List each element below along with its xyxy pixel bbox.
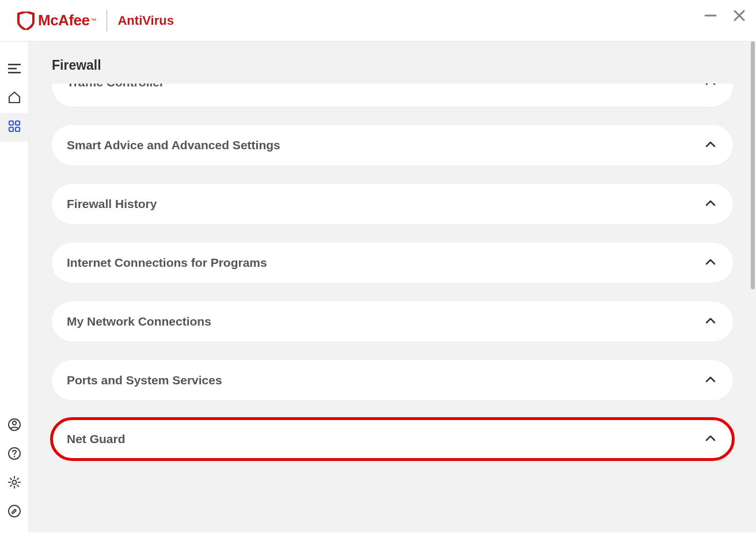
card-title: Smart Advice and Advanced Settings — [67, 138, 280, 152]
gear-icon — [7, 475, 21, 492]
chevron-up-icon — [705, 375, 716, 385]
feedback-icon — [7, 504, 21, 520]
menu-icon — [8, 63, 21, 76]
page-title-bar: Firewall — [29, 41, 756, 84]
chevron-up-icon — [705, 84, 716, 88]
card-title: Internet Connections for Programs — [67, 256, 267, 270]
card-title: Ports and System Services — [67, 373, 222, 387]
account-icon — [7, 418, 21, 434]
brand-divider — [107, 10, 107, 31]
card-internet-connections[interactable]: Internet Connections for Programs — [52, 243, 733, 283]
sidebar — [0, 41, 29, 532]
sidebar-item-help[interactable] — [0, 440, 28, 469]
svg-rect-7 — [16, 121, 20, 125]
card-title: Net Guard — [67, 432, 126, 446]
scrollbar-thumb[interactable] — [751, 41, 755, 289]
svg-rect-8 — [9, 127, 13, 131]
grid-icon — [8, 120, 21, 135]
sidebar-item-settings[interactable] — [0, 469, 28, 498]
card-title: My Network Connections — [67, 315, 211, 328]
svg-rect-6 — [9, 121, 13, 125]
brand-product: AntiVirus — [117, 13, 173, 28]
page-title: Firewall — [52, 58, 733, 73]
chevron-up-icon — [705, 258, 716, 268]
card-traffic-controller[interactable]: Traffic Controller — [52, 84, 733, 107]
help-icon — [7, 447, 21, 463]
minimize-button[interactable] — [704, 9, 717, 22]
content-area: Firewall Traffic Controller Smart Advice… — [29, 41, 756, 532]
window-controls — [704, 9, 746, 22]
trademark-symbol: ™ — [90, 17, 96, 24]
brand-name: McAfee — [38, 12, 89, 29]
brand-block: McAfee™ AntiVirus — [17, 10, 174, 31]
svg-point-11 — [12, 421, 16, 425]
sidebar-item-account[interactable] — [0, 411, 28, 440]
scrollbar[interactable] — [750, 41, 755, 399]
card-firewall-history[interactable]: Firewall History — [52, 184, 733, 224]
svg-rect-9 — [16, 127, 20, 131]
mcafee-shield-icon — [17, 12, 35, 30]
home-icon — [7, 91, 21, 106]
chevron-up-icon — [705, 140, 716, 150]
svg-point-14 — [12, 481, 16, 485]
card-title: Firewall History — [67, 197, 157, 211]
svg-point-13 — [13, 456, 14, 457]
card-net-guard[interactable]: Net Guard — [52, 419, 733, 459]
sidebar-item-feedback[interactable] — [0, 498, 28, 527]
settings-list: Traffic Controller Smart Advice and Adva… — [29, 84, 756, 532]
chevron-up-icon — [705, 316, 716, 327]
sidebar-item-menu[interactable] — [0, 55, 28, 84]
card-my-network[interactable]: My Network Connections — [52, 301, 733, 342]
card-ports-system[interactable]: Ports and System Services — [52, 360, 733, 400]
close-button[interactable] — [733, 9, 746, 22]
sidebar-item-apps[interactable] — [0, 113, 28, 142]
app-header: McAfee™ AntiVirus — [0, 0, 756, 41]
sidebar-item-home[interactable] — [0, 84, 28, 113]
card-title: Traffic Controller — [67, 84, 164, 89]
chevron-up-icon — [705, 434, 716, 444]
chevron-up-icon — [705, 199, 716, 209]
card-smart-advice[interactable]: Smart Advice and Advanced Settings — [52, 125, 733, 165]
svg-point-15 — [9, 505, 20, 517]
